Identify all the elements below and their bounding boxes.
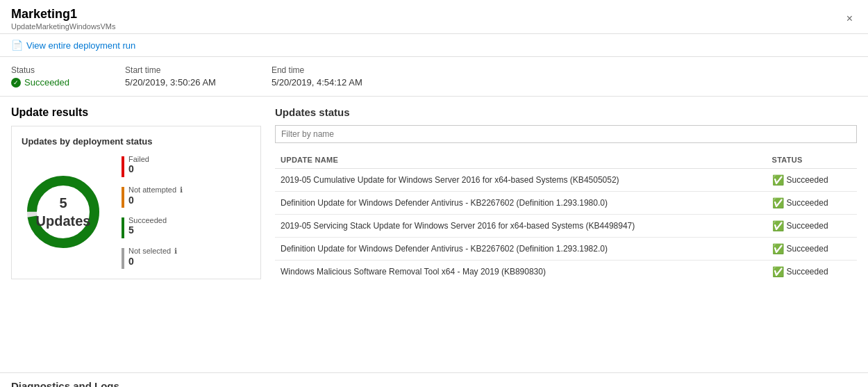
status-value: ✓ Succeeded [11, 77, 69, 88]
update-status-cell: ✅ Succeeded [767, 238, 857, 261]
table-row: 2019-05 Servicing Stack Update for Windo… [275, 215, 857, 238]
col-status: STATUS [767, 151, 857, 169]
update-status-cell: ✅ Succeeded [767, 215, 857, 238]
diagnostics-section: Diagnostics and Logs All Logs ⏯ Output ⬛… [0, 372, 868, 387]
table-row: Windows Malicious Software Removal Tool … [275, 261, 857, 283]
status-cell: ✅ Succeeded [772, 266, 851, 277]
chart-container: 5 Updates Failed 0 [22, 155, 251, 269]
legend-failed-text: Failed 0 [128, 155, 149, 174]
view-deployment-link[interactable]: 📄 View entire deployment run [11, 40, 135, 51]
status-label: Status [11, 65, 69, 75]
table-header-row: UPDATE NAME STATUS [275, 151, 857, 169]
close-button[interactable]: × [842, 11, 857, 26]
legend-not-attempted-color [122, 187, 124, 208]
status-cell: ✅ Succeeded [772, 220, 851, 231]
filter-input[interactable] [275, 125, 857, 143]
start-time-group: Start time 5/20/2019, 3:50:26 AM [125, 65, 216, 88]
right-panel: Updates status UPDATE NAME STATUS 2019-0… [275, 106, 857, 363]
status-text: Succeeded [787, 198, 828, 208]
update-name-cell: 2019-05 Cumulative Update for Windows Se… [275, 169, 767, 192]
status-text: Succeeded [24, 77, 69, 88]
donut-number: 5 [36, 194, 91, 212]
success-check-icon: ✅ [772, 197, 784, 208]
legend-failed-color [122, 156, 124, 177]
start-time-value: 5/20/2019, 3:50:26 AM [125, 77, 216, 88]
legend-succeeded: Succeeded 5 [122, 216, 183, 238]
update-name-cell: 2019-05 Servicing Stack Update for Windo… [275, 215, 767, 238]
status-text: Succeeded [787, 244, 828, 254]
status-group: Status ✓ Succeeded [11, 65, 69, 88]
table-row: Definition Update for Windows Defender A… [275, 238, 857, 261]
update-status-cell: ✅ Succeeded [767, 261, 857, 283]
chart-legend: Failed 0 Not attempted ℹ 0 [122, 155, 183, 269]
status-cell: ✅ Succeeded [772, 243, 851, 254]
status-bar: Status ✓ Succeeded Start time 5/20/2019,… [0, 57, 868, 97]
dialog-title: Marketing1 [11, 7, 115, 22]
start-time-label: Start time [125, 65, 216, 75]
not-selected-info-icon[interactable]: ℹ [174, 247, 177, 255]
legend-not-selected-color [122, 248, 124, 269]
chart-title: Updates by deployment status [22, 136, 251, 147]
left-panel: Update results Updates by deployment sta… [11, 106, 261, 363]
title-section: Marketing1 UpdateMarketingWindowsVMs [11, 7, 115, 31]
update-name-cell: Definition Update for Windows Defender A… [275, 238, 767, 261]
table-row: 2019-05 Cumulative Update for Windows Se… [275, 169, 857, 192]
status-cell: ✅ Succeeded [772, 174, 851, 186]
success-circle-icon: ✓ [11, 78, 21, 88]
legend-not-attempted-text: Not attempted ℹ 0 [128, 186, 183, 206]
updates-status-title: Updates status [275, 106, 857, 118]
legend-succeeded-color [122, 217, 124, 238]
updates-table: UPDATE NAME STATUS 2019-05 Cumulative Up… [275, 151, 857, 283]
not-attempted-info-icon[interactable]: ℹ [180, 186, 183, 194]
legend-not-selected-text: Not selected ℹ 0 [128, 247, 177, 267]
success-check-icon: ✅ [772, 220, 784, 231]
col-update-name: UPDATE NAME [275, 151, 767, 169]
view-link-bar: 📄 View entire deployment run [0, 34, 868, 57]
update-status-cell: ✅ Succeeded [767, 169, 857, 192]
chart-box: Updates by deployment status 5 Updates [11, 126, 261, 279]
status-text: Succeeded [787, 175, 828, 185]
success-check-icon: ✅ [772, 174, 784, 186]
legend-not-attempted: Not attempted ℹ 0 [122, 186, 183, 208]
legend-failed: Failed 0 [122, 155, 183, 177]
success-check-icon: ✅ [772, 266, 784, 277]
end-time-value: 5/20/2019, 4:54:12 AM [272, 77, 362, 88]
donut-chart: 5 Updates [22, 170, 105, 254]
update-status-cell: ✅ Succeeded [767, 192, 857, 215]
main-content: Update results Updates by deployment sta… [0, 97, 868, 372]
update-name-cell: Definition Update for Windows Defender A… [275, 192, 767, 215]
legend-succeeded-text: Succeeded 5 [128, 216, 167, 236]
end-time-group: End time 5/20/2019, 4:54:12 AM [272, 65, 362, 88]
donut-center: 5 Updates [36, 194, 91, 230]
dialog-subtitle: UpdateMarketingWindowsVMs [11, 22, 115, 31]
document-icon: 📄 [11, 40, 23, 51]
success-check-icon: ✅ [772, 243, 784, 254]
end-time-label: End time [272, 65, 362, 75]
status-cell: ✅ Succeeded [772, 197, 851, 208]
update-results-title: Update results [11, 106, 261, 119]
legend-not-selected: Not selected ℹ 0 [122, 247, 183, 269]
donut-text: Updates [36, 212, 91, 230]
table-row: Definition Update for Windows Defender A… [275, 192, 857, 215]
update-name-cell: Windows Malicious Software Removal Tool … [275, 261, 767, 283]
status-text: Succeeded [787, 267, 828, 277]
status-text: Succeeded [787, 221, 828, 231]
title-bar: Marketing1 UpdateMarketingWindowsVMs × [0, 0, 868, 34]
diagnostics-title: Diagnostics and Logs [11, 380, 857, 387]
